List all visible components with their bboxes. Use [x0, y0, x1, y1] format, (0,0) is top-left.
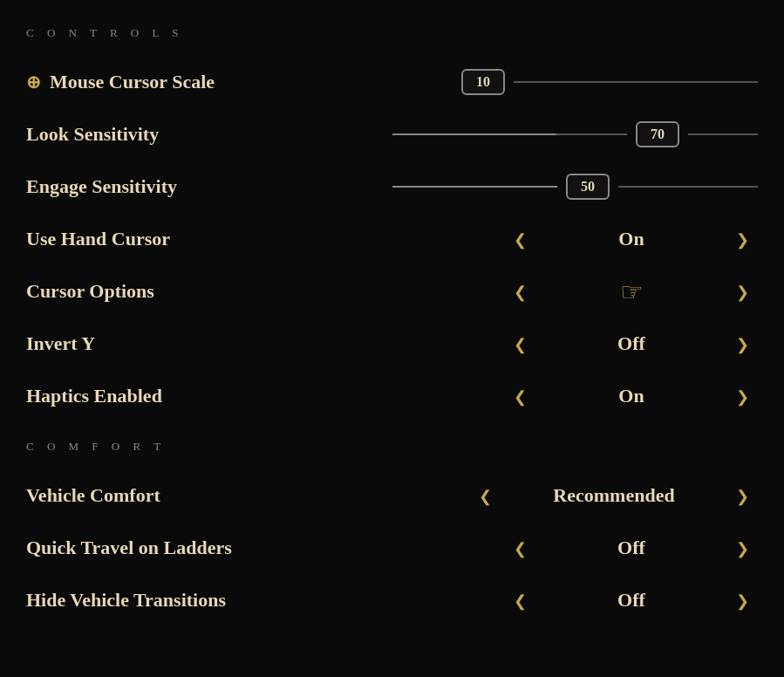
chevron-right-icon: [736, 334, 749, 354]
slider-look-sensitivity[interactable]: 70: [392, 121, 758, 147]
comfort-section: C O M F O R T Vehicle Comfort Recommende…: [26, 440, 758, 626]
value-use-hand-cursor: On: [553, 228, 710, 250]
value-invert-y: Off: [553, 332, 710, 355]
value-quick-travel: Off: [553, 537, 710, 559]
row-engage-sensitivity: Engage Sensitivity 50: [26, 161, 758, 213]
row-vehicle-comfort: Vehicle Comfort Recommended: [26, 469, 758, 522]
slider-mouse-cursor-scale[interactable]: 10: [392, 69, 758, 95]
track-look-sensitivity-right[interactable]: [688, 133, 758, 135]
chevron-left-icon: [514, 386, 527, 407]
fill-look-sensitivity: [392, 133, 556, 135]
row-cursor-options: Cursor Options ☞: [26, 265, 758, 318]
comfort-header: C O M F O R T: [26, 440, 758, 454]
chevron-left-icon: [514, 591, 527, 611]
label-hide-vehicle-transitions: Hide Vehicle Transitions: [26, 589, 392, 612]
chevron-right-icon: [736, 386, 749, 407]
row-mouse-cursor-scale: ⊕ Mouse Cursor Scale 10: [26, 56, 758, 108]
left-arrow-vehicle-comfort[interactable]: [470, 482, 501, 510]
right-arrow-hide-vehicle[interactable]: [727, 586, 758, 615]
control-hide-vehicle-transitions: Off: [392, 586, 758, 615]
right-arrow-vehicle-comfort[interactable]: [727, 482, 758, 510]
right-arrow-cursor-options[interactable]: [727, 277, 758, 306]
track-mouse-cursor-scale[interactable]: [514, 81, 758, 83]
right-arrow-invert-y[interactable]: [727, 330, 758, 359]
track-look-sensitivity[interactable]: [392, 133, 627, 135]
chevron-right-icon: [736, 229, 749, 250]
row-haptics-enabled: Haptics Enabled On: [26, 370, 758, 422]
label-mouse-cursor-scale: ⊕ Mouse Cursor Scale: [26, 71, 392, 93]
left-arrow-hide-vehicle[interactable]: [505, 586, 535, 615]
row-hide-vehicle-transitions: Hide Vehicle Transitions Off: [26, 574, 758, 626]
controls-section: C O N T R O L S ⊕ Mouse Cursor Scale 10 …: [26, 26, 758, 422]
chevron-left-icon: [514, 538, 527, 558]
label-use-hand-cursor: Use Hand Cursor: [26, 228, 392, 250]
value-haptics-enabled: On: [553, 385, 710, 407]
slider-value-engage-sensitivity: 50: [566, 174, 610, 200]
label-engage-sensitivity: Engage Sensitivity: [26, 175, 392, 198]
chevron-right-icon: [736, 486, 749, 506]
slider-engage-sensitivity[interactable]: 50: [392, 174, 758, 200]
control-vehicle-comfort: Recommended: [392, 482, 758, 510]
control-use-hand-cursor: On: [392, 225, 758, 254]
controls-header: C O N T R O L S: [26, 26, 758, 40]
chevron-right-icon: [736, 538, 749, 558]
right-arrow-haptics-enabled[interactable]: [727, 382, 758, 411]
label-haptics-enabled: Haptics Enabled: [26, 385, 392, 407]
cursor-options-icon: ☞: [553, 277, 710, 307]
control-cursor-options: ☞: [392, 277, 758, 307]
right-arrow-use-hand-cursor[interactable]: [727, 225, 758, 254]
label-look-sensitivity: Look Sensitivity: [26, 123, 392, 146]
row-use-hand-cursor: Use Hand Cursor On: [26, 213, 758, 265]
value-vehicle-comfort: Recommended: [518, 484, 710, 507]
row-invert-y: Invert Y Off: [26, 318, 758, 370]
label-vehicle-comfort: Vehicle Comfort: [26, 484, 392, 507]
chevron-left-icon: [514, 334, 527, 354]
slider-value-look-sensitivity: 70: [636, 121, 679, 147]
left-arrow-quick-travel[interactable]: [505, 534, 535, 563]
chevron-left-icon: [514, 229, 527, 250]
left-arrow-use-hand-cursor[interactable]: [505, 225, 535, 254]
row-quick-travel-on-ladders: Quick Travel on Ladders Off: [26, 522, 758, 574]
chevron-left-icon: [514, 282, 527, 302]
row-look-sensitivity: Look Sensitivity 70: [26, 108, 758, 161]
left-arrow-invert-y[interactable]: [505, 330, 535, 359]
track-engage-sensitivity-right[interactable]: [618, 186, 758, 188]
value-hide-vehicle: Off: [553, 589, 710, 612]
left-arrow-haptics-enabled[interactable]: [505, 382, 535, 411]
slider-value-mouse-cursor-scale: 10: [461, 69, 505, 95]
chevron-left-icon: [479, 486, 492, 506]
control-haptics-enabled: On: [392, 382, 758, 411]
left-arrow-cursor-options[interactable]: [505, 277, 535, 306]
control-quick-travel-on-ladders: Off: [392, 534, 758, 563]
track-engage-sensitivity-left[interactable]: [392, 186, 557, 188]
label-quick-travel-on-ladders: Quick Travel on Ladders: [26, 537, 392, 559]
chevron-right-icon: [736, 591, 749, 611]
label-invert-y: Invert Y: [26, 332, 392, 355]
chevron-right-icon: [736, 282, 749, 302]
right-arrow-quick-travel[interactable]: [727, 534, 758, 563]
label-cursor-options: Cursor Options: [26, 280, 392, 303]
cursor-scale-icon: ⊕: [26, 72, 41, 92]
control-invert-y: Off: [392, 330, 758, 359]
